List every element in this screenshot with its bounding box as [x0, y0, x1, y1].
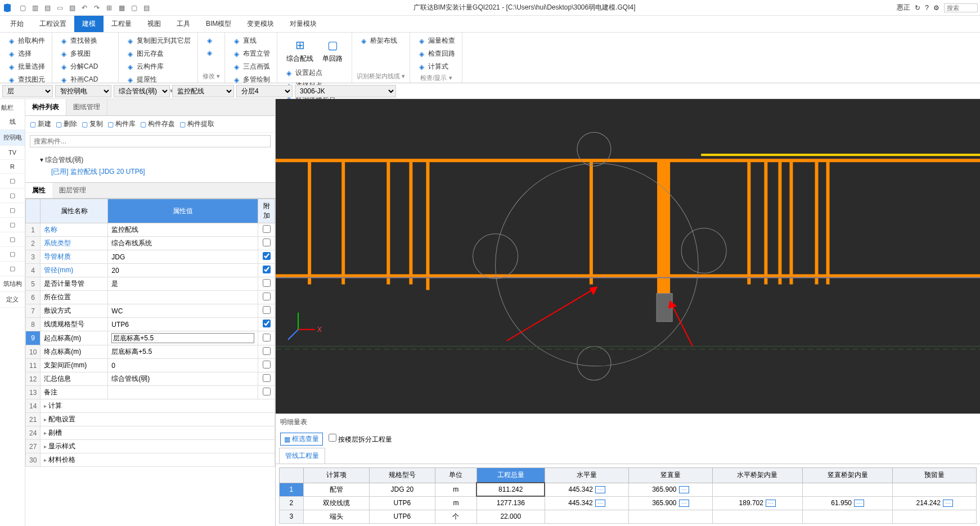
prop-row-index[interactable]: 2 [26, 237, 41, 250]
selector-sys[interactable]: 智控弱电 [55, 85, 111, 97]
detail-cell[interactable]: m [435, 483, 476, 496]
detail-cell[interactable]: 445.342⋯ [545, 483, 628, 496]
nav-item[interactable]: ▢ [0, 247, 25, 262]
user-label[interactable]: 惠正 [897, 3, 910, 12]
detail-tab-pipe[interactable]: 管线工程量 [279, 448, 325, 464]
more-icon[interactable]: ⋯ [595, 486, 605, 493]
prop-row-index[interactable]: 21 [26, 413, 41, 426]
prop-row-index[interactable]: 5 [26, 277, 41, 291]
detail-header[interactable]: 水平量 [545, 468, 628, 483]
prop-row-index[interactable]: 13 [26, 386, 41, 399]
prop-add-checkbox[interactable] [263, 334, 271, 341]
menu-tab-开始[interactable]: 开始 [2, 16, 32, 32]
prop-add-checkbox[interactable] [263, 374, 271, 382]
prop-name[interactable]: 配电设置 [41, 413, 275, 426]
ribbon-cmd[interactable]: ◈补画CAD [57, 74, 114, 86]
prop-row-index[interactable]: 7 [26, 304, 41, 318]
qat-folder-icon[interactable]: ▭ [54, 2, 65, 14]
prop-value[interactable]: 监控配线 [108, 223, 258, 237]
detail-row-index[interactable]: 1 [280, 483, 304, 496]
menu-tab-工程设置[interactable]: 工程设置 [32, 16, 74, 32]
prop-row-index[interactable]: 24 [26, 426, 41, 440]
prop-value[interactable]: WC [108, 304, 258, 318]
prop-name[interactable]: 支架间距(mm) [41, 359, 108, 372]
detail-cell[interactable] [803, 483, 893, 496]
box-select-button[interactable]: ▦框选查量 [280, 433, 323, 446]
prop-add-checkbox[interactable] [263, 347, 271, 355]
nav-item[interactable]: ▢ [0, 174, 25, 188]
ribbon-cmd[interactable]: ◈ [203, 35, 220, 46]
detail-row-index[interactable]: 3 [280, 510, 304, 523]
prop-name[interactable]: 名称 [41, 223, 108, 237]
qat-redo-icon[interactable]: ↷ [91, 2, 102, 14]
component-tool-构件存盘[interactable]: ▢构件存盘 [140, 119, 175, 129]
detail-cell[interactable]: 365.900⋯ [629, 496, 712, 510]
tree-leaf[interactable]: [已用] 监控配线 [JDG 20 UTP6] [32, 166, 268, 178]
prop-add-checkbox[interactable] [263, 361, 271, 368]
nav-item[interactable]: 控弱电 [0, 130, 25, 146]
qat-saveas-icon[interactable]: ▧ [66, 2, 78, 14]
detail-cell[interactable] [712, 510, 802, 523]
selector-floor[interactable]: 层 [2, 85, 53, 97]
prop-value[interactable] [108, 291, 258, 304]
detail-header[interactable]: 预留量 [893, 468, 977, 483]
ribbon-cmd[interactable]: ◈提屋性 [123, 74, 193, 86]
detail-cell[interactable]: 22.000 [476, 510, 545, 523]
nav-item[interactable]: ▢ [0, 188, 25, 203]
qat-table-icon[interactable]: ▢ [128, 2, 140, 14]
nav-item[interactable]: 定义 [0, 292, 25, 308]
detail-cell[interactable] [545, 510, 628, 523]
ribbon-cmd[interactable]: ◈计算式 [415, 61, 457, 73]
prop-name[interactable]: 剔槽 [41, 426, 275, 440]
menu-tab-BIM模型[interactable]: BIM模型 [198, 16, 239, 32]
detail-cell[interactable]: 811.242 [476, 483, 545, 496]
ribbon-group-label[interactable]: 修改 ▾ [203, 71, 220, 80]
menu-tab-变更模块[interactable]: 变更模块 [239, 16, 282, 32]
detail-header[interactable]: 工程总量 [476, 468, 545, 483]
menu-tab-视图[interactable]: 视图 [140, 16, 169, 32]
component-tab[interactable]: 图纸管理 [66, 99, 107, 115]
more-icon[interactable]: ⋯ [854, 500, 864, 507]
prop-add-checkbox[interactable] [263, 225, 271, 233]
prop-add-checkbox[interactable] [263, 306, 271, 314]
prop-name[interactable]: 敷设方式 [41, 304, 108, 318]
detail-cell[interactable]: 端头 [303, 510, 369, 523]
split-floor-checkbox[interactable]: 按楼层拆分工程量 [329, 434, 392, 444]
prop-add-checkbox[interactable] [263, 388, 271, 395]
ribbon-cmd[interactable]: ◈ [203, 47, 220, 59]
ribbon-cmd[interactable]: ◈多视图 [57, 48, 114, 60]
prop-row-index[interactable]: 11 [26, 359, 41, 372]
detail-cell[interactable] [803, 510, 893, 523]
detail-header[interactable]: 竖直桥架内量 [803, 468, 893, 483]
nav-item[interactable]: 线 [0, 114, 25, 130]
ribbon-cmd[interactable]: ◈查找图元 [5, 74, 47, 86]
prop-row-index[interactable]: 27 [26, 440, 41, 453]
nav-item[interactable]: ▢ [0, 203, 25, 218]
prop-row-index[interactable]: 8 [26, 318, 41, 331]
prop-row-index[interactable]: 14 [26, 399, 41, 413]
ribbon-cmd[interactable]: ◈云构件库 [123, 61, 193, 73]
component-tool-复制[interactable]: ▢复制 [82, 119, 103, 129]
detail-cell[interactable]: 61.950⋯ [803, 496, 893, 510]
more-icon[interactable]: ⋯ [943, 500, 953, 507]
nav-item[interactable]: TV [0, 146, 25, 160]
prop-name[interactable]: 显示样式 [41, 440, 275, 453]
detail-cell[interactable]: m [435, 496, 476, 510]
ribbon-group-label[interactable]: 检查/显示 ▾ [415, 73, 457, 82]
component-search-input[interactable] [30, 135, 271, 147]
ribbon-cmd[interactable]: ◈设置起点 [282, 67, 347, 79]
prop-value[interactable]: UTP6 [108, 318, 258, 331]
prop-row-index[interactable]: 6 [26, 291, 41, 304]
prop-name[interactable]: 导管材质 [41, 250, 108, 264]
prop-add-checkbox[interactable] [263, 293, 271, 300]
more-icon[interactable]: ⋯ [679, 486, 689, 493]
prop-value[interactable]: JDG [108, 250, 258, 264]
qat-save-icon[interactable]: ▤ [42, 2, 53, 14]
component-tool-构件库[interactable]: ▢构件库 [107, 119, 136, 129]
prop-name[interactable]: 材料价格 [41, 453, 275, 467]
detail-header[interactable]: 规格型号 [369, 468, 435, 483]
qat-calc-icon[interactable]: ▤ [141, 2, 152, 14]
ribbon-cmd[interactable]: ◈三点画弧 [230, 61, 272, 73]
more-icon[interactable]: ⋯ [766, 500, 776, 507]
ribbon-cmd[interactable]: ◈查找替换 [57, 35, 114, 47]
